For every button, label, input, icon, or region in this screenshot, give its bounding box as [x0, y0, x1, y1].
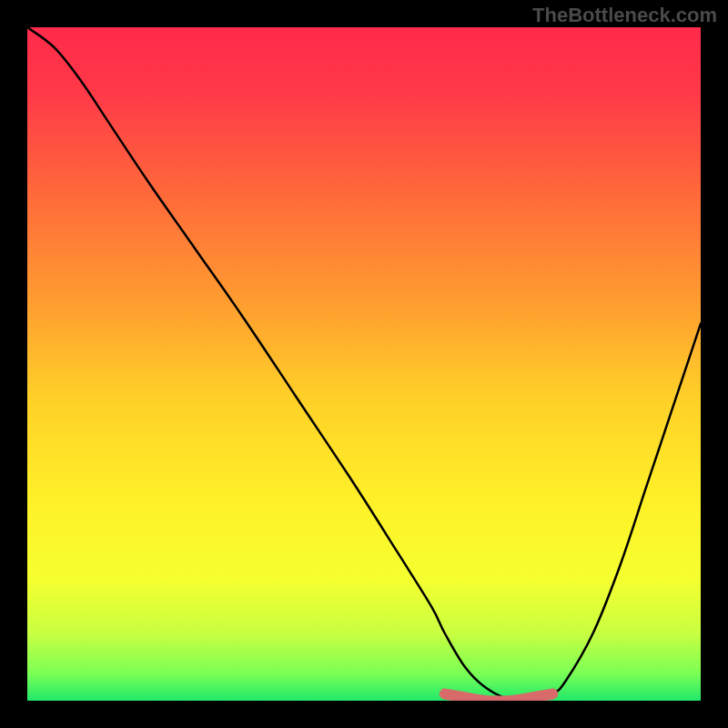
- chart-background: [27, 27, 701, 701]
- watermark-text: TheBottleneck.com: [532, 4, 717, 27]
- chart-plot-area: [27, 27, 701, 701]
- chart-svg: [27, 27, 701, 701]
